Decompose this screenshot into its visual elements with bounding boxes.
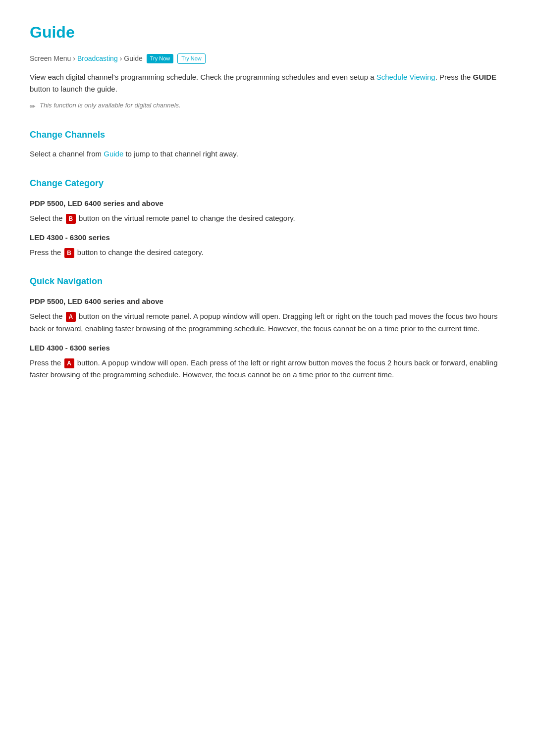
section-quick-navigation: Quick Navigation PDP 5500, LED 6400 seri…	[30, 274, 505, 381]
page-title: Guide	[30, 20, 505, 45]
note-row: ✏ This function is only available for di…	[30, 101, 505, 112]
section-title-change-category: Change Category	[30, 176, 505, 191]
breadcrumb-separator-1: ›	[73, 53, 75, 64]
b-button-2: B	[64, 248, 74, 258]
guide-link-channels[interactable]: Guide	[104, 150, 123, 158]
section-change-channels: Change Channels Select a channel from Gu…	[30, 128, 505, 160]
schedule-viewing-link[interactable]: Schedule Viewing	[376, 73, 435, 81]
subsection-title-pdp-quicknav: PDP 5500, LED 6400 series and above	[30, 296, 505, 307]
try-now-badge-1[interactable]: Try Now	[147, 54, 174, 64]
section-title-change-channels: Change Channels	[30, 128, 505, 142]
breadcrumb-separator-2: ›	[120, 53, 122, 64]
subsection-title-led-category: LED 4300 - 6300 series	[30, 232, 505, 244]
change-category-pdp-text: Select the B button on the virtual remot…	[30, 212, 505, 225]
breadcrumb-broadcasting[interactable]: Broadcasting	[77, 53, 118, 64]
breadcrumb: Screen Menu › Broadcasting › Guide Try N…	[30, 53, 505, 64]
change-channels-text: Select a channel from Guide to jump to t…	[30, 148, 505, 160]
try-now-badge-2[interactable]: Try Now	[177, 53, 206, 64]
subsection-title-led-quicknav: LED 4300 - 6300 series	[30, 342, 505, 354]
breadcrumb-screen-menu: Screen Menu	[30, 53, 71, 64]
section-change-category: Change Category PDP 5500, LED 6400 serie…	[30, 176, 505, 258]
subsection-title-pdp-category: PDP 5500, LED 6400 series and above	[30, 198, 505, 209]
section-title-quick-navigation: Quick Navigation	[30, 274, 505, 289]
breadcrumb-guide: Guide	[124, 53, 142, 64]
note-text: This function is only available for digi…	[40, 101, 181, 111]
page-description: View each digital channel's programming …	[30, 71, 505, 96]
quick-nav-led-text: Press the A button. A popup window will …	[30, 357, 505, 382]
note-icon: ✏	[30, 101, 36, 112]
a-button-2: A	[64, 358, 74, 368]
guide-keyword: GUIDE	[473, 73, 497, 81]
quick-nav-pdp-text: Select the A button on the virtual remot…	[30, 310, 505, 335]
a-button-1: A	[66, 312, 76, 322]
change-category-led-text: Press the B button to change the desired…	[30, 247, 505, 259]
b-button-1: B	[66, 214, 76, 224]
